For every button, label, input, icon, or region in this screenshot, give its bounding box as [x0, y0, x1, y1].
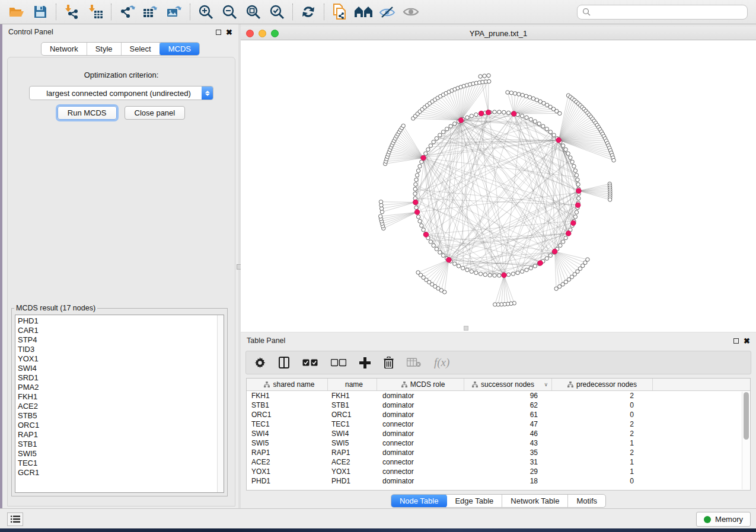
- table-scrollbar-thumb[interactable]: [744, 392, 749, 440]
- export-table-button[interactable]: [139, 2, 162, 22]
- cell-mcds-role[interactable]: dominator: [377, 400, 464, 410]
- save-session-button[interactable]: [28, 2, 52, 22]
- result-node[interactable]: TID3: [18, 345, 224, 354]
- close-table-panel-icon[interactable]: ✖: [744, 338, 750, 344]
- cell-successors[interactable]: 61: [464, 410, 552, 419]
- tab-network-table[interactable]: Network Table: [502, 495, 568, 507]
- cell-successors[interactable]: 35: [464, 448, 552, 457]
- result-node[interactable]: SWI4: [18, 364, 224, 373]
- export-network-button[interactable]: [115, 2, 139, 22]
- column-header-mcds-role[interactable]: MCDS role: [377, 379, 464, 390]
- cell-name[interactable]: TEC1: [328, 419, 377, 429]
- zoom-selected-button[interactable]: [265, 2, 289, 22]
- deselect-all-button[interactable]: [331, 359, 346, 367]
- cell-mcds-role[interactable]: dominator: [377, 448, 464, 457]
- column-header-shared-name[interactable]: shared name: [247, 379, 328, 390]
- result-node[interactable]: STB1: [18, 440, 224, 449]
- cell-shared-name[interactable]: SWI5: [247, 438, 328, 448]
- result-scrollbar[interactable]: [217, 315, 224, 492]
- cell-predecessors[interactable]: 2: [552, 429, 653, 438]
- criterion-dropdown[interactable]: largest connected component (undirected): [29, 86, 213, 100]
- result-node[interactable]: ORC1: [18, 421, 224, 430]
- tab-motifs[interactable]: Motifs: [568, 495, 605, 507]
- show-all-button[interactable]: [399, 2, 423, 22]
- tab-edge-table[interactable]: Edge Table: [446, 495, 502, 507]
- cell-name[interactable]: ORC1: [328, 410, 377, 419]
- cell-mcds-role[interactable]: dominator: [377, 410, 464, 419]
- result-node[interactable]: SRD1: [18, 373, 224, 383]
- cell-name[interactable]: ACE2: [328, 457, 377, 467]
- table-row[interactable]: FKH1FKH1dominator962: [247, 391, 750, 400]
- tab-style[interactable]: Style: [87, 43, 122, 55]
- table-row[interactable]: STB1STB1dominator620: [247, 400, 750, 410]
- result-node[interactable]: RAP1: [18, 430, 224, 440]
- cell-shared-name[interactable]: PHD1: [247, 476, 328, 486]
- column-header-predecessor-nodes[interactable]: predecessor nodes: [552, 379, 653, 390]
- table-row[interactable]: TEC1TEC1connector472: [247, 419, 750, 429]
- network-view[interactable]: [241, 40, 756, 332]
- refresh-button[interactable]: [296, 2, 320, 22]
- open-file-button[interactable]: [5, 2, 28, 22]
- select-all-button[interactable]: [302, 359, 318, 367]
- cell-shared-name[interactable]: FKH1: [247, 391, 328, 400]
- column-header-name[interactable]: name: [328, 379, 377, 390]
- run-mcds-button[interactable]: Run MCDS: [58, 106, 117, 120]
- cell-predecessors[interactable]: 1: [552, 467, 653, 476]
- first-neighbors-button[interactable]: [352, 2, 375, 22]
- table-row[interactable]: RAP1RAP1dominator352: [247, 448, 750, 457]
- sort-chevron-icon[interactable]: ∨: [544, 382, 548, 387]
- tab-mcds[interactable]: MCDS: [160, 42, 200, 56]
- cell-name[interactable]: YOX1: [328, 467, 377, 476]
- result-node[interactable]: GCR1: [18, 468, 224, 477]
- cell-shared-name[interactable]: RAP1: [247, 448, 328, 457]
- cell-predecessors[interactable]: 0: [552, 476, 653, 486]
- table-row[interactable]: PHD1PHD1dominator180: [247, 476, 750, 486]
- cell-shared-name[interactable]: YOX1: [247, 467, 328, 476]
- cell-predecessors[interactable]: 1: [552, 457, 653, 467]
- cell-mcds-role[interactable]: connector: [377, 467, 464, 476]
- zoom-in-button[interactable]: [194, 2, 218, 22]
- cell-successors[interactable]: 62: [464, 400, 552, 410]
- cell-successors[interactable]: 18: [464, 476, 552, 486]
- search-input[interactable]: [594, 8, 742, 16]
- cell-shared-name[interactable]: ACE2: [247, 457, 328, 467]
- result-node[interactable]: PMA2: [18, 383, 224, 392]
- cell-predecessors[interactable]: 2: [552, 419, 653, 429]
- result-node[interactable]: SWI5: [18, 449, 224, 459]
- cell-name[interactable]: PHD1: [328, 476, 377, 486]
- result-node[interactable]: STP4: [18, 335, 224, 345]
- network-splitter-handle[interactable]: [464, 326, 468, 331]
- cell-successors[interactable]: 43: [464, 438, 552, 448]
- network-window-titlebar[interactable]: YPA_prune.txt_1: [241, 27, 756, 40]
- show-columns-button[interactable]: [279, 357, 289, 368]
- cell-mcds-role[interactable]: dominator: [377, 429, 464, 438]
- cell-shared-name[interactable]: ORC1: [247, 410, 328, 419]
- float-panel-icon[interactable]: [216, 30, 221, 35]
- cell-predecessors[interactable]: 1: [552, 438, 653, 448]
- cell-mcds-role[interactable]: connector: [377, 419, 464, 429]
- cell-shared-name[interactable]: STB1: [247, 400, 328, 410]
- zoom-fit-button[interactable]: [241, 2, 265, 22]
- search-field[interactable]: [577, 5, 748, 20]
- tab-node-table[interactable]: Node Table: [391, 494, 448, 508]
- result-node[interactable]: CAR1: [18, 326, 224, 335]
- cell-name[interactable]: RAP1: [328, 448, 377, 457]
- table-row[interactable]: ACE2ACE2connector311: [247, 457, 750, 467]
- tab-select[interactable]: Select: [122, 43, 160, 55]
- table-row[interactable]: YOX1YOX1connector291: [247, 467, 750, 476]
- close-panel-icon[interactable]: ✖: [226, 30, 232, 35]
- table-row[interactable]: SWI5SWI5connector431: [247, 438, 750, 448]
- cell-mcds-role[interactable]: connector: [377, 457, 464, 467]
- result-node[interactable]: YOX1: [18, 354, 224, 364]
- cell-name[interactable]: FKH1: [328, 391, 377, 400]
- column-header-successor-nodes[interactable]: successor nodes ∨: [464, 379, 552, 390]
- network-graph[interactable]: [241, 40, 756, 332]
- cell-predecessors[interactable]: 2: [552, 448, 653, 457]
- result-node[interactable]: TEC1: [18, 459, 224, 468]
- mcds-result-list[interactable]: PHD1 CAR1 STP4 TID3 YOX1 SWI4 SRD1 PMA2 …: [15, 315, 224, 493]
- cell-mcds-role[interactable]: dominator: [377, 476, 464, 486]
- delete-button[interactable]: [384, 357, 394, 368]
- delete-table-button[interactable]: [407, 358, 421, 367]
- cell-successors[interactable]: 46: [464, 429, 552, 438]
- cell-successors[interactable]: 29: [464, 467, 552, 476]
